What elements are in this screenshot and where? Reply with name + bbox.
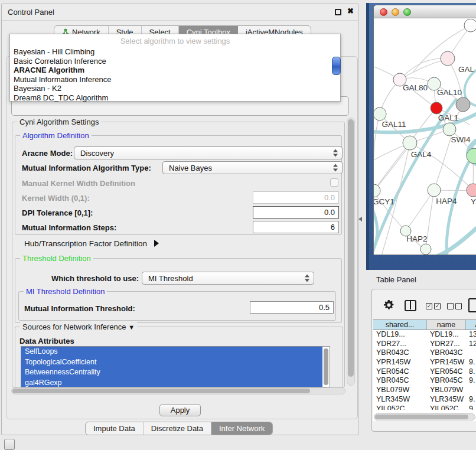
network-window-titlebar[interactable] <box>374 5 476 18</box>
cyni-bottom-tabbar: Impute DataDiscretize DataInfer Network <box>85 422 273 435</box>
settings-horizontal-scrollbar[interactable] <box>11 387 345 394</box>
table-row[interactable]: YBL079WYBL079W <box>373 386 476 395</box>
attribute-list-scrollbar[interactable] <box>324 348 328 385</box>
node-label: GAL11 <box>382 120 406 129</box>
apply-button[interactable]: Apply <box>159 404 201 416</box>
hub-definition-toggle[interactable]: Hub/Transcription Factor Definition <box>24 239 159 248</box>
table-cell: 8. <box>466 367 476 377</box>
control-panel-title: Control Panel <box>8 8 54 17</box>
select-all-icon-2[interactable]: ✓ <box>434 303 441 309</box>
table-cell: 12 <box>466 340 476 349</box>
panel-divider-handle-icon[interactable] <box>358 217 362 221</box>
combo-blue-button-partial[interactable] <box>332 57 341 75</box>
tab-impute-data[interactable]: Impute Data <box>86 422 144 435</box>
aracne-mode-combo[interactable]: Discovery <box>74 146 343 159</box>
table-cell: YBR043C <box>373 348 427 358</box>
table-row[interactable]: YIL052CYIL052C9 <box>373 405 476 410</box>
column-layout-icon[interactable] <box>405 300 416 311</box>
attribute-list-item[interactable]: SelfLoops <box>21 347 322 357</box>
table-cell: YDL19... <box>373 330 427 340</box>
minimized-widget-button[interactable] <box>4 439 15 450</box>
column-header-A[interactable]: A <box>466 320 476 330</box>
algorithm-option[interactable]: ARACNE Algorithm <box>10 66 340 75</box>
table-cell <box>466 348 476 358</box>
algorithm-select-popup: Select algorithm to view settings Bayesi… <box>9 34 341 102</box>
cyni-settings-legend: Cyni Algorithm Settings <box>17 118 101 126</box>
table-cell: YBL079W <box>427 386 466 395</box>
select-all-icon[interactable]: ✓ <box>426 303 432 309</box>
network-node[interactable] <box>420 244 431 255</box>
node-label: HAP4 <box>436 197 457 206</box>
table-row[interactable]: YLR345WYLR345W9. <box>373 395 476 405</box>
algorithm-option[interactable]: Dream8 DC_TDC Algorithm <box>10 93 340 103</box>
deselect-all-icon-2[interactable] <box>455 303 462 309</box>
table-cell: 13 <box>466 330 476 340</box>
window-close-icon[interactable] <box>380 8 387 16</box>
table-cell: YDL19... <box>427 330 466 340</box>
collapse-right-icon <box>154 240 159 247</box>
node-label: GAL10 <box>437 88 462 97</box>
float-panel-icon[interactable] <box>335 9 341 15</box>
network-edge[interactable] <box>438 229 476 255</box>
table-row[interactable]: YBR043CYBR043C <box>373 348 476 358</box>
mi-type-value: Naive Bayes <box>169 164 212 172</box>
which-threshold-combo[interactable]: MI Threshold <box>142 272 314 285</box>
network-node-gal1[interactable] <box>431 102 442 114</box>
kernel-width-field[interactable] <box>253 191 339 204</box>
network-edge[interactable] <box>400 58 448 80</box>
network-view-window[interactable]: GALGAL80GAL10GAL1GAL11SWI4GAL4GCY1HAP4YH… <box>373 5 476 255</box>
network-canvas[interactable]: GALGAL80GAL10GAL1GAL11SWI4GAL4GCY1HAP4YH… <box>374 19 476 255</box>
node-label: GCY1 <box>374 197 395 206</box>
attribute-list-item[interactable]: gal4RGexp <box>21 378 322 388</box>
mi-threshold-field[interactable] <box>250 301 334 314</box>
application-window: Control Panel ✖ NetworkStyleSelectCyni T… <box>0 0 476 450</box>
table-horizontal-scrollbar[interactable] <box>374 413 475 420</box>
network-node-gcy1[interactable] <box>374 184 380 197</box>
algorithm-option[interactable]: Mutual Information Inference <box>10 75 340 84</box>
table-row[interactable]: YBR045CYBR045C9. <box>373 376 476 386</box>
network-node-gal4[interactable] <box>403 136 417 150</box>
tab-discretize-data[interactable]: Discretize Data <box>144 422 211 435</box>
network-node-hap4[interactable] <box>428 184 441 197</box>
algorithm-option[interactable]: Bayesian - K2 <box>10 84 340 93</box>
column-header-shared...[interactable]: shared... <box>373 320 427 330</box>
network-edge[interactable] <box>374 208 377 253</box>
mi-threshold-label: Mutual Information Threshold: <box>24 304 135 313</box>
network-node-gal11[interactable] <box>374 107 386 120</box>
dpi-tolerance-field[interactable] <box>253 206 339 219</box>
mi-type-combo[interactable]: Naive Bayes <box>162 161 343 174</box>
algorithm-option[interactable]: Bayesian - Hill Climbing <box>10 47 340 57</box>
manual-kernel-checkbox[interactable] <box>330 178 338 187</box>
dpi-tolerance-label: DPI Tolerance [0,1]: <box>22 208 93 217</box>
network-node-swi4[interactable] <box>443 123 456 136</box>
network-node-gal[interactable] <box>441 51 455 66</box>
network-edge[interactable] <box>406 190 434 231</box>
network-node[interactable] <box>464 19 476 32</box>
table-row[interactable]: YDR27...YDR27...12 <box>373 340 476 349</box>
window-minimize-icon[interactable] <box>392 8 399 16</box>
table-cell: YDR27... <box>427 340 466 349</box>
settings-gear-icon[interactable] <box>383 299 395 313</box>
settings-vertical-scrollbar[interactable] <box>347 118 355 386</box>
table-cell: YPR145W <box>373 358 427 367</box>
table-cell: 9. <box>466 358 476 367</box>
attribute-list-item[interactable]: TopologicalCoefficient <box>21 357 322 368</box>
tab-infer-network[interactable]: Infer Network <box>211 422 272 435</box>
column-header-name[interactable]: name <box>427 320 466 330</box>
deselect-all-icon[interactable] <box>447 303 454 309</box>
new-table-icon[interactable] <box>468 298 476 312</box>
table-row[interactable]: YPR145WYPR145W9. <box>373 358 476 367</box>
mi-steps-field[interactable] <box>253 221 339 233</box>
node-label: SWI4 <box>451 135 470 144</box>
close-panel-icon[interactable]: ✖ <box>347 6 354 15</box>
kernel-width-label: Kernel Width (0,1): <box>22 194 90 203</box>
algorithm-option[interactable]: Basic Correlation Inference <box>10 57 340 66</box>
table-cell: YLR345W <box>427 395 466 405</box>
sources-legend[interactable]: Sources for Network Inference ▼ <box>20 322 137 331</box>
network-node[interactable] <box>456 97 470 112</box>
attribute-list-item[interactable]: BetweennessCentrality <box>21 367 322 378</box>
window-zoom-icon[interactable] <box>403 8 411 16</box>
table-row[interactable]: YDL19...YDL19...13 <box>373 330 476 340</box>
table-cell <box>466 386 476 395</box>
table-row[interactable]: YER054CYER054C8. <box>373 367 476 377</box>
